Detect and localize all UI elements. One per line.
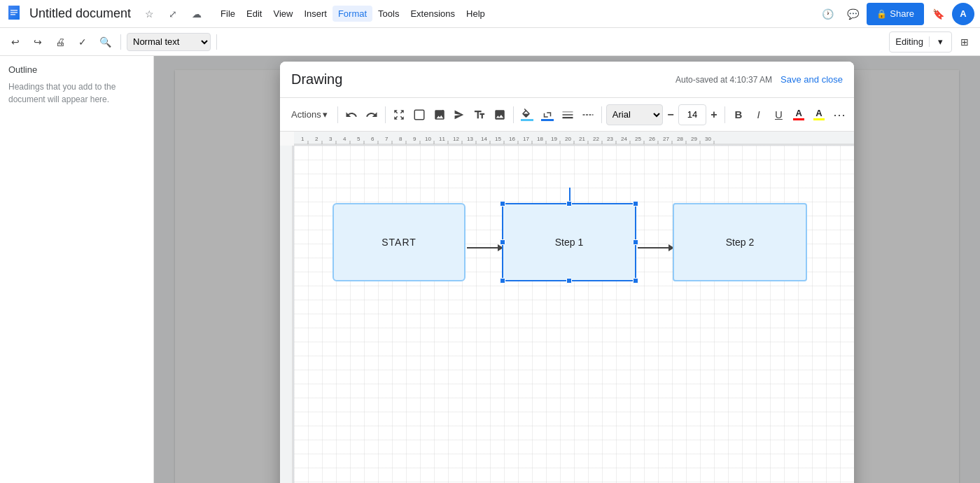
svg-text:16: 16 (509, 136, 515, 142)
drawing-border-dash-button[interactable] (578, 104, 597, 125)
drawing-canvas-area[interactable]: 1 2 3 4 5 6 7 8 9 10 11 (280, 132, 854, 483)
drawing-more-button[interactable]: ⋯ (830, 104, 848, 125)
zoom-button[interactable]: 🔍 (95, 32, 115, 52)
drawing-italic-button[interactable]: I (749, 104, 768, 125)
drawing-border-weight-button[interactable] (559, 104, 578, 125)
print-button[interactable]: 🖨 (50, 32, 70, 52)
drawing-connector-button[interactable] (450, 104, 469, 125)
shape-start[interactable]: START (332, 203, 465, 281)
handle-left-center[interactable] (500, 239, 505, 245)
plus-icon: + (710, 108, 717, 121)
menu-tools[interactable]: Tools (372, 6, 405, 22)
drawing-modal: Drawing Auto-saved at 4:10:37 AM Save an… (280, 62, 854, 483)
svg-text:30: 30 (705, 136, 711, 142)
svg-text:13: 13 (467, 136, 473, 142)
drawing-font-increase-button[interactable]: + (708, 104, 720, 125)
minus-icon: − (667, 108, 673, 121)
history-icon[interactable]: 🕐 (816, 3, 839, 25)
actions-button[interactable]: Actions ▾ (286, 104, 333, 126)
drawing-undo-button[interactable] (342, 104, 361, 125)
mode-chevron-icon: ▾ (932, 36, 948, 47)
svg-text:21: 21 (579, 136, 585, 142)
drawing-border-color-button[interactable] (538, 104, 557, 125)
drawing-font-size-input[interactable] (678, 104, 706, 125)
cloud-icon[interactable]: ☁ (186, 3, 208, 25)
menu-help[interactable]: Help (461, 6, 491, 22)
svg-text:20: 20 (565, 136, 571, 142)
star-icon[interactable]: ☆ (138, 3, 160, 25)
dtb-sep-3 (513, 106, 514, 123)
menu-view[interactable]: View (267, 6, 298, 22)
canvas-content[interactable]: START Step 1 (294, 146, 854, 483)
drawing-textbox-button[interactable] (470, 104, 489, 125)
bookmark-icon[interactable]: 🔖 (927, 3, 949, 25)
handle-bottom-center[interactable] (566, 278, 572, 284)
handle-top-right[interactable] (633, 201, 638, 206)
svg-text:7: 7 (385, 136, 388, 142)
normal-text-select[interactable]: Normal text (127, 33, 211, 51)
svg-text:22: 22 (593, 136, 599, 142)
handle-bottom-right[interactable] (633, 278, 638, 284)
handle-bottom-left[interactable] (500, 278, 505, 284)
menu-insert[interactable]: Insert (298, 6, 332, 22)
share-button[interactable]: 🔒 Share (867, 3, 924, 25)
svg-text:10: 10 (425, 136, 431, 142)
drawing-overlay: Drawing Auto-saved at 4:10:37 AM Save an… (154, 56, 980, 483)
redo-button[interactable]: ↪ (28, 32, 48, 52)
svg-text:9: 9 (413, 136, 416, 142)
svg-text:29: 29 (691, 136, 697, 142)
svg-rect-2 (10, 10, 18, 11)
comment-icon[interactable]: 💬 (841, 3, 864, 25)
menu-edit[interactable]: Edit (241, 6, 267, 22)
doc-title: Untitled document (29, 6, 131, 21)
drawing-save-close-button[interactable]: Save and close (780, 74, 843, 85)
move-icon[interactable]: ⤢ (162, 3, 184, 25)
handle-top-left[interactable] (500, 201, 505, 206)
gdocs-icons: 🕐 💬 🔒 Share 🔖 A (816, 3, 974, 25)
drawing-line-tool-button[interactable] (430, 104, 449, 125)
ruler-left (280, 146, 294, 483)
menu-bar-right: 🕐 💬 🔒 Share 🔖 A (816, 3, 974, 25)
svg-rect-4 (10, 14, 15, 15)
menu-extensions[interactable]: Extensions (405, 6, 461, 22)
svg-text:3: 3 (329, 136, 332, 142)
shape-step2[interactable]: Step 2 (673, 203, 807, 281)
svg-text:26: 26 (649, 136, 655, 142)
drawing-image-button[interactable] (490, 104, 509, 125)
mode-arrow[interactable]: ▾ (929, 36, 951, 47)
share-label: Share (890, 8, 914, 19)
dtb-sep-2 (385, 106, 386, 123)
drawing-fill-color-button[interactable] (518, 104, 537, 125)
menu-file[interactable]: File (215, 6, 241, 22)
drawing-font-decrease-button[interactable]: − (664, 104, 677, 125)
drawing-text-color-button[interactable]: A (790, 104, 808, 125)
toolbar-separator-1 (120, 34, 121, 50)
svg-text:4: 4 (343, 136, 346, 142)
spellcheck-button[interactable]: ✓ (73, 32, 92, 52)
highlight-bar (813, 118, 825, 120)
svg-rect-10 (562, 117, 573, 118)
svg-rect-8 (562, 114, 573, 115)
drawing-redo-button[interactable] (362, 104, 381, 125)
dtb-sep-5 (724, 106, 725, 123)
avatar[interactable]: A (952, 3, 974, 25)
drawing-highlight-button[interactable]: A (809, 104, 828, 125)
drawing-shape-tool-button[interactable] (410, 104, 429, 125)
menu-bar: Untitled document ☆ ⤢ ☁ File Edit View I… (0, 0, 980, 28)
mode-selector[interactable]: Editing ▾ (889, 31, 952, 52)
lock-icon: 🔒 (876, 9, 887, 19)
svg-text:8: 8 (399, 136, 402, 142)
handle-top-center[interactable] (566, 201, 572, 206)
shape-step1[interactable]: Step 1 (502, 203, 636, 281)
menu-format[interactable]: Format (332, 6, 372, 22)
svg-rect-3 (10, 12, 18, 13)
svg-text:28: 28 (677, 136, 683, 142)
drawing-underline-button[interactable]: U (769, 104, 788, 125)
undo-button[interactable]: ↩ (6, 32, 25, 52)
drawing-zoom-fit-button[interactable] (390, 104, 409, 125)
svg-rect-6 (521, 119, 533, 121)
drawing-font-select[interactable]: Arial (606, 104, 663, 125)
highlight-letter: A (816, 108, 822, 118)
expand-button[interactable]: ⊞ (955, 32, 974, 52)
drawing-bold-button[interactable]: B (729, 104, 748, 125)
